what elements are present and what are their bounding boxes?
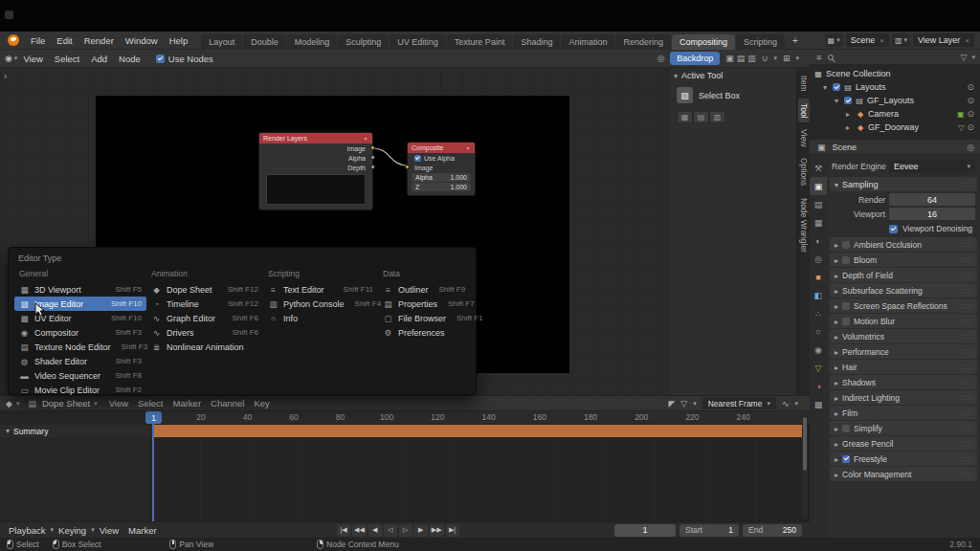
select-mode-subtract-icon[interactable]: ▥ bbox=[709, 111, 725, 123]
image-output-socket[interactable] bbox=[370, 145, 375, 150]
drag-dots-icon[interactable] bbox=[962, 408, 972, 417]
editor-type-option[interactable]: ◉ Compositor Shift F3 bbox=[14, 325, 146, 340]
channel-region[interactable] bbox=[0, 437, 153, 521]
node-header-bar[interactable]: Render Layers bbox=[259, 133, 372, 143]
editor-type-option[interactable]: ∿ Drivers Shift F6 bbox=[146, 325, 263, 340]
editor-type-option[interactable]: ⚙ Preferences bbox=[378, 325, 470, 340]
drag-dots-icon[interactable] bbox=[962, 393, 972, 402]
editor-type-option[interactable]: ▦ 3D Viewport Shift F5 bbox=[14, 282, 146, 297]
vertical-scrollbar[interactable] bbox=[802, 415, 808, 518]
view-layer-tab[interactable]: ▦ bbox=[810, 213, 827, 231]
editor-type-option[interactable]: ∿ Graph Editor Shift F6 bbox=[146, 311, 263, 325]
scene-selector[interactable]: Scene× bbox=[846, 33, 889, 47]
properties-panel[interactable]: Simplify bbox=[830, 421, 977, 435]
panel-checkbox-icon[interactable] bbox=[842, 302, 850, 310]
panel-checkbox-icon[interactable] bbox=[842, 256, 850, 264]
browse-scene-button[interactable]: ▦▾ bbox=[825, 33, 843, 47]
workspace-tab[interactable]: UV Editing bbox=[390, 34, 446, 50]
editor-type-option[interactable]: ≡ Outliner Shift F9 bbox=[378, 282, 470, 297]
dope-sheet-menu[interactable]: Channel bbox=[206, 398, 249, 408]
expand-icon[interactable]: ▸ bbox=[846, 110, 853, 119]
drag-dots-icon[interactable] bbox=[962, 470, 972, 478]
end-frame-field[interactable]: End 250 bbox=[743, 524, 802, 537]
editor-type-icon[interactable]: ◉ bbox=[3, 54, 14, 63]
next-keyframe-button[interactable]: ▶▶ bbox=[430, 524, 444, 537]
remove-view-layer-icon[interactable]: × bbox=[965, 36, 969, 45]
drag-dots-icon[interactable] bbox=[962, 363, 972, 371]
drag-dots-icon[interactable] bbox=[962, 255, 972, 264]
properties-editor-icon[interactable]: ▣ bbox=[815, 143, 828, 152]
output-tab[interactable]: ▤ bbox=[810, 195, 827, 213]
expand-icon[interactable]: ▾ bbox=[823, 83, 830, 92]
panel-expand-icon[interactable] bbox=[835, 317, 838, 326]
use-alpha-row[interactable]: Use Alpha bbox=[408, 153, 475, 163]
properties-panel[interactable]: Shadows bbox=[830, 375, 977, 389]
properties-panel[interactable]: Ambient Occlusion bbox=[830, 237, 977, 252]
browse-view-layer-button[interactable]: ▥▾ bbox=[892, 33, 910, 47]
editor-type-option[interactable]: ▭ Movie Clip Editor Shift F2 bbox=[14, 383, 146, 397]
play-button[interactable]: ▷ bbox=[399, 524, 412, 537]
sidebar-tab[interactable]: Tool bbox=[798, 99, 810, 123]
workspace-tab[interactable]: Scripting bbox=[736, 34, 785, 50]
workspace-tab[interactable]: Layout bbox=[201, 34, 242, 50]
search-icon[interactable] bbox=[828, 55, 834, 60]
topbar-menu[interactable]: Render bbox=[78, 35, 120, 46]
backdrop-channels-alpha-icon[interactable]: ▥ bbox=[747, 54, 756, 63]
start-frame-field[interactable]: Start 1 bbox=[679, 524, 739, 537]
node-editor-menu[interactable]: Node bbox=[113, 54, 146, 64]
workspace-tab[interactable]: Animation bbox=[561, 34, 614, 50]
snap-chevron-icon[interactable]: ▾ bbox=[773, 55, 777, 62]
only-selected-cursor-icon[interactable]: ◤ bbox=[668, 399, 675, 408]
drag-dots-icon[interactable] bbox=[962, 317, 972, 325]
drag-dots-icon[interactable] bbox=[962, 180, 972, 188]
panel-expand-icon[interactable] bbox=[835, 255, 838, 265]
workspace-tab[interactable]: Texture Paint bbox=[447, 34, 513, 50]
constraints-tab[interactable]: ◉ bbox=[810, 341, 827, 359]
summary-keyframe-band[interactable] bbox=[153, 425, 802, 437]
prev-keyframe-button[interactable]: ◀◀ bbox=[352, 524, 367, 537]
properties-panel[interactable]: Indirect Lighting bbox=[830, 390, 977, 405]
view-menu[interactable]: View bbox=[95, 525, 123, 536]
workspace-tab[interactable]: Compositing bbox=[672, 34, 735, 50]
editor-type-option[interactable]: ≣ Nonlinear Animation bbox=[146, 340, 263, 354]
properties-panel[interactable]: Film bbox=[830, 406, 977, 420]
properties-panel[interactable]: Hair bbox=[830, 360, 977, 374]
outliner-row[interactable]: ▸ ◆ Camera ▣ bbox=[810, 107, 980, 121]
properties-panel[interactable]: Color Management bbox=[830, 467, 977, 481]
node-editor-menu[interactable]: Add bbox=[85, 54, 113, 64]
panel-checkbox-icon[interactable] bbox=[842, 425, 850, 432]
object-data-tab[interactable]: ▽ bbox=[810, 359, 827, 377]
panel-checkbox-icon[interactable] bbox=[842, 455, 850, 463]
properties-panel[interactable]: Bloom bbox=[830, 253, 977, 267]
editor-type-option[interactable]: ▬ Video Sequencer Shift F8 bbox=[14, 368, 146, 383]
collection-checkbox-icon[interactable] bbox=[844, 97, 852, 104]
outliner-row[interactable]: ▸ ◆ GF_Doorway ▽ bbox=[810, 121, 980, 134]
drag-dots-icon[interactable] bbox=[962, 301, 972, 310]
next-frame-button[interactable]: ▶ bbox=[414, 524, 428, 537]
panel-expand-icon[interactable] bbox=[835, 363, 838, 372]
summary-channel[interactable]: ▾ Summary bbox=[0, 425, 153, 437]
jump-to-start-button[interactable]: |◀ bbox=[337, 524, 350, 537]
unlink-scene-icon[interactable]: × bbox=[880, 36, 884, 45]
drag-dots-icon[interactable] bbox=[962, 332, 972, 341]
properties-panel[interactable]: Grease Pencil bbox=[830, 436, 977, 451]
snap-icon[interactable]: ∪ bbox=[762, 54, 768, 63]
properties-panel[interactable]: Freestyle bbox=[830, 452, 977, 466]
workspace-tab[interactable]: Double bbox=[243, 34, 286, 50]
expand-icon[interactable]: ▾ bbox=[835, 97, 841, 105]
world-tab[interactable]: ◎ bbox=[810, 250, 827, 268]
drag-dots-icon[interactable] bbox=[962, 347, 972, 356]
blender-logo-icon[interactable] bbox=[8, 34, 19, 46]
outliner-row[interactable]: ▦ Scene Collection bbox=[810, 67, 980, 80]
panel-expand-icon[interactable] bbox=[835, 378, 838, 387]
drag-dots-icon[interactable] bbox=[962, 454, 972, 463]
pin-icon[interactable]: ◎ bbox=[657, 54, 664, 63]
select-mode-set-icon[interactable]: ▦ bbox=[677, 111, 693, 123]
overlays-chevron-icon[interactable]: ▾ bbox=[795, 55, 799, 62]
visibility-eye-icon[interactable] bbox=[967, 82, 976, 92]
proportional-edit-icon[interactable]: ∿ bbox=[782, 399, 790, 408]
panel-expand-icon[interactable] bbox=[835, 347, 838, 357]
panel-expand-icon[interactable] bbox=[835, 332, 838, 342]
prev-frame-button[interactable]: ◀ bbox=[368, 524, 382, 537]
editor-type-option[interactable]: ○ Info bbox=[263, 311, 378, 325]
